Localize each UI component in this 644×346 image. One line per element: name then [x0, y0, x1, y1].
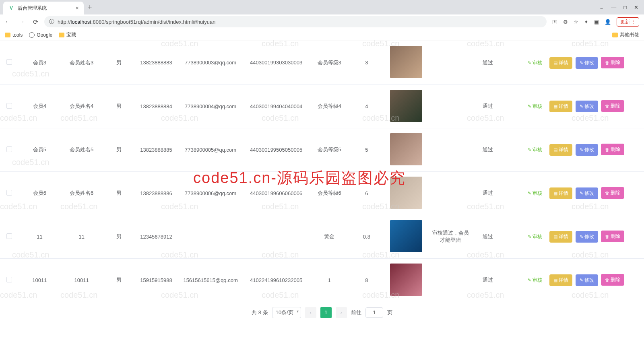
cell-level: 1 [308, 258, 350, 302]
detail-button[interactable]: ▤详情 [549, 187, 572, 199]
tab-bar: V 后台管理系统 × + ⌄ — □ ✕ [0, 0, 644, 14]
site-info-icon[interactable]: ⓘ [49, 18, 54, 25]
edit-button[interactable]: ✎修改 [576, 231, 598, 243]
new-tab-button[interactable]: + [84, 3, 96, 12]
bookmark-treasure[interactable]: 宝藏 [59, 31, 76, 38]
table-row: 会员5 会员姓名5 男 13823888885 7738900005@qq.co… [0, 128, 644, 171]
goto-page-input[interactable] [365, 307, 383, 318]
pagination-page-1[interactable]: 1 [320, 307, 332, 318]
delete-button[interactable]: 🗑删除 [601, 231, 624, 242]
row-checkbox[interactable] [6, 59, 12, 65]
detail-button[interactable]: ▤详情 [549, 144, 572, 156]
delete-button[interactable]: 🗑删除 [601, 57, 624, 68]
avatar-image [390, 220, 422, 252]
cell-actions: ✎审核 ▤详情 ✎修改 🗑删除 [504, 41, 644, 84]
other-bookmarks[interactable]: 其他书签 [612, 31, 639, 38]
cell-phone: 15915915988 [135, 258, 177, 302]
review-button[interactable]: ✎审核 [524, 144, 546, 156]
review-button[interactable]: ✎审核 [524, 101, 546, 112]
cell-status: 通过 [471, 258, 504, 302]
trash-icon: 🗑 [605, 234, 609, 239]
btn-label: 详情 [559, 146, 568, 153]
pencil-icon: ✎ [580, 104, 583, 109]
row-checkbox[interactable] [6, 233, 12, 239]
pagination-next-button[interactable]: › [336, 307, 347, 318]
detail-button[interactable]: ▤详情 [549, 57, 572, 69]
table-row: 会员6 会员姓名6 男 13823888886 7738900006@qq.co… [0, 171, 644, 215]
cell-idcard: 440300199606060006 [244, 171, 308, 215]
page-size-select[interactable]: 10条/页 [272, 307, 301, 318]
cell-status: 通过 [471, 84, 504, 128]
nav-forward-button[interactable]: → [17, 18, 27, 25]
bookmark-google[interactable]: Google [29, 32, 52, 38]
edit-button[interactable]: ✎修改 [576, 187, 598, 199]
delete-button[interactable]: 🗑删除 [601, 144, 624, 155]
trash-icon: 🗑 [605, 278, 609, 282]
cell-username: 会员5 [19, 128, 60, 171]
review-button[interactable]: ✎审核 [524, 187, 546, 199]
review-button[interactable]: ✎审核 [524, 57, 546, 69]
window-controls: ⌄ — □ ✕ [599, 4, 644, 10]
cell-status: 通过 [471, 128, 504, 171]
edit-button[interactable]: ✎修改 [576, 144, 598, 156]
nav-back-button[interactable]: ← [3, 18, 13, 25]
detail-button[interactable]: ▤详情 [549, 274, 572, 286]
edit-button[interactable]: ✎修改 [576, 57, 598, 69]
extensions-icon[interactable]: ✦ [584, 19, 588, 25]
cell-level: 会员等级3 [308, 41, 350, 84]
cell-level: 会员等级5 [308, 128, 350, 171]
tab-title: 后台管理系统 [18, 5, 47, 12]
review-button[interactable]: ✎审核 [524, 231, 546, 243]
doc-icon: ▤ [553, 278, 557, 283]
url-path: :8080/springboot51rqt/admin/dist/index.h… [91, 19, 216, 25]
btn-label: 详情 [559, 103, 568, 110]
window-chevron-icon[interactable]: ⌄ [599, 4, 604, 10]
delete-button[interactable]: 🗑删除 [601, 187, 624, 199]
key-icon[interactable]: ⚿ [552, 19, 557, 25]
bookmark-star-icon[interactable]: ☆ [574, 19, 578, 25]
bookmark-label: 宝藏 [66, 31, 76, 38]
browser-update-button[interactable]: 更新 ⋮ [617, 17, 639, 27]
nav-reload-button[interactable]: ⟳ [31, 18, 40, 26]
delete-button[interactable]: 🗑删除 [601, 274, 624, 286]
cell-gender: 男 [103, 128, 135, 171]
cell-level: 会员等级6 [308, 171, 350, 215]
delete-button[interactable]: 🗑删除 [601, 100, 624, 112]
btn-label: 删除 [611, 233, 620, 240]
window-maximize-icon[interactable]: □ [623, 4, 627, 10]
browser-tab[interactable]: V 后台管理系统 × [3, 2, 84, 14]
profile-icon[interactable]: 👤 [605, 19, 611, 25]
translate-icon[interactable]: ⚙ [563, 19, 568, 25]
btn-label: 审核 [533, 60, 542, 66]
detail-button[interactable]: ▤详情 [549, 231, 572, 243]
pagination-prev-button[interactable]: ‹ [305, 307, 316, 318]
window-close-icon[interactable]: ✕ [634, 4, 638, 10]
edit-button[interactable]: ✎修改 [576, 274, 598, 286]
cell-status: 通过 [471, 215, 504, 258]
review-button[interactable]: ✎审核 [524, 274, 546, 286]
cell-remark [429, 171, 471, 215]
edit-button[interactable]: ✎修改 [576, 101, 598, 112]
url-field[interactable]: ⓘ http://localhost:8080/springboot51rqt/… [44, 16, 547, 27]
table-row: 会员4 会员姓名4 男 13823888884 7738900004@qq.co… [0, 84, 644, 128]
btn-label: 删除 [611, 103, 620, 109]
side-panel-icon[interactable]: ▣ [594, 19, 599, 25]
btn-label: 修改 [584, 190, 594, 197]
cell-gender: 男 [103, 215, 135, 258]
row-checkbox[interactable] [6, 103, 12, 109]
cell-gender: 男 [103, 41, 135, 84]
window-minimize-icon[interactable]: — [611, 4, 616, 10]
cell-remark [429, 128, 471, 171]
row-checkbox[interactable] [6, 146, 12, 152]
folder-icon [5, 33, 10, 37]
pagination-total: 共 8 条 [252, 309, 268, 316]
row-checkbox[interactable] [6, 190, 12, 196]
tab-close-icon[interactable]: × [76, 5, 79, 11]
cell-username: 会员3 [19, 41, 60, 84]
goto-suffix: 页 [387, 309, 392, 316]
row-checkbox[interactable] [6, 277, 12, 282]
detail-button[interactable]: ▤详情 [549, 101, 572, 112]
cell-idcard: 410224199610232005 [244, 258, 308, 302]
update-label: 更新 [620, 19, 630, 25]
bookmark-tools[interactable]: tools [5, 32, 23, 38]
